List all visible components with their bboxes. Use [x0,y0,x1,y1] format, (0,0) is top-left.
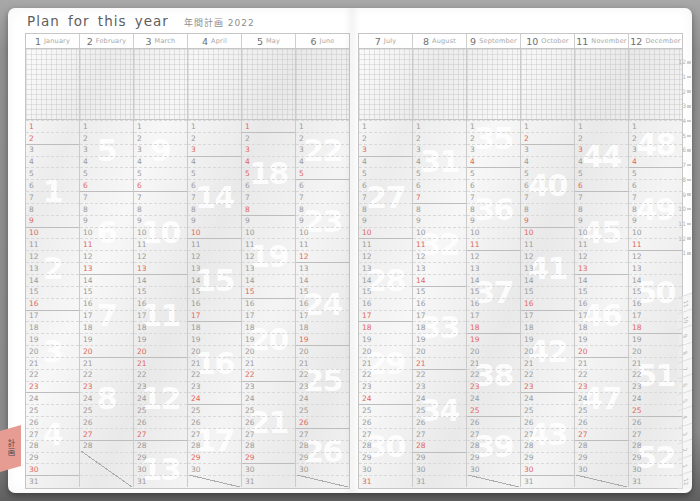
day-grid: 1234 1 2 3 4 5 6 [26,119,349,487]
day-cell: 8 [296,203,349,215]
day-number: 24 [629,395,642,403]
calendar-table: 27282930 1 2 3 4 5 6 [359,49,682,488]
day-cell: 27 [359,428,412,440]
day-cell: 29 [521,452,574,464]
day-number: 7 [26,194,34,202]
day-number: 24 [242,395,255,403]
day-cell: 18 [521,321,574,333]
day-cell: 2 [80,132,133,144]
day-number: 30 [242,466,255,474]
day-number: 16 [467,300,480,308]
day-number: 25 [242,407,255,415]
day-cell: 17 [296,310,349,322]
day-cell: 15 [296,286,349,298]
day-number: 29 [467,454,480,462]
day-number: 11 [467,241,480,249]
day-number: 30 [467,466,480,474]
day-number: 15 [242,288,255,296]
day-cell: 30 [467,463,520,475]
day-cell: 5 [134,167,187,179]
day-cell: 4 [134,156,187,168]
day-cell: 17 [134,310,187,322]
day-cell: 20 [134,345,187,357]
day-number: 27 [134,431,147,439]
graph-paper [628,49,682,119]
day-number: 8 [629,206,637,214]
day-cell: 17 [521,310,574,322]
day-cell: 2 [413,132,466,144]
day-cell: 5 [521,167,574,179]
day-number: 20 [26,348,39,356]
day-cell: 17 [575,310,628,322]
day-number: 14 [296,277,309,285]
day-number: 27 [242,431,255,439]
day-cell: 30 [26,463,79,475]
day-number: 1 [521,123,529,131]
day-cell: 24 [413,392,466,404]
edge-tick [687,164,691,167]
month-column-november: 44454647 1 2 3 4 5 6 [574,120,628,487]
day-number: 20 [629,348,642,356]
day-cell: 3 [521,144,574,156]
day-cell: 10 [296,227,349,239]
day-cell: 6 [188,179,241,191]
month-name: August [432,37,456,45]
day-cell: 10 [575,227,628,239]
day-cell: 28 [26,440,79,452]
day-number: 16 [359,300,372,308]
edge-tick [687,135,691,138]
day-cell: 10 [134,227,187,239]
day-number: 22 [521,371,534,379]
day-number: 6 [413,182,421,190]
day-number: 26 [413,419,426,427]
day-number: 17 [242,312,255,320]
day-cell: 1 [80,120,133,132]
day-number: 18 [80,324,93,332]
day-cell: 12 [242,250,295,262]
day-number: 19 [629,336,642,344]
day-number: 19 [26,336,39,344]
empty-days-slash [297,475,348,487]
month-header-july: 7 July [359,34,412,48]
day-cell: 15 [134,286,187,298]
day-cell: 13 [575,262,628,274]
day-number: 3 [413,146,421,154]
day-number: 7 [575,194,583,202]
day-cell: 2 [188,132,241,144]
day-number: 20 [80,348,93,356]
day-number: 11 [296,241,309,249]
day-number: 17 [629,312,642,320]
day-number: 13 [359,265,372,273]
day-number: 27 [575,431,588,439]
day-number: 21 [359,360,372,368]
day-cell: 27 [26,428,79,440]
day-number: 16 [413,300,426,308]
day-number: 8 [242,206,250,214]
day-cell: 12 [413,250,466,262]
day-number: 25 [359,407,372,415]
day-number: 8 [80,206,88,214]
day-number: 20 [413,348,426,356]
day-cell: 23 [26,381,79,393]
day-number: 15 [521,288,534,296]
day-cell: 31 [242,475,295,487]
day-cell: 4 [296,156,349,168]
day-cell: 31 [359,475,412,487]
day-cell: 26 [296,416,349,428]
day-number: 17 [521,312,534,320]
edge-tick [687,120,691,123]
day-cell: 22 [413,369,466,381]
day-cell: 14 [629,274,682,286]
day-cell: 11 [629,238,682,250]
day-number: 27 [629,431,642,439]
day-cell: 27 [467,428,520,440]
day-cell: 3 [26,144,79,156]
day-number: 23 [629,383,642,391]
day-number: 5 [134,170,142,178]
day-cell: 25 [359,404,412,416]
day-cell: 3 [467,144,520,156]
day-number: 22 [413,371,426,379]
day-number: 4 [242,158,250,166]
day-number: 23 [413,383,426,391]
day-cell: 16 [26,298,79,310]
